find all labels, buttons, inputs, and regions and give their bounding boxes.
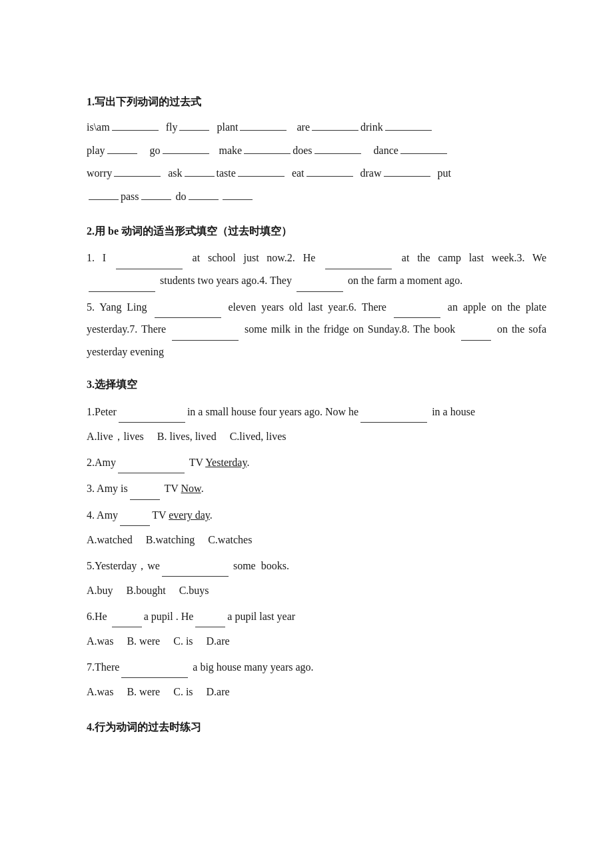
blank-s2-1[interactable] [116,257,183,269]
blank-drink[interactable] [385,119,432,131]
section3-q4: 4. AmyTV every day. [87,504,546,527]
option-c-buys: C.buys [179,581,209,601]
blank-s2-4[interactable] [297,280,343,292]
blank-draw[interactable] [384,165,430,177]
section1-row1: is\am fly plant are drink [87,117,546,137]
option-d-are2: D.are [207,682,230,702]
option-c-is2: C. is [173,682,193,702]
option-c-watches: C.watches [208,530,252,550]
blank-s2-7[interactable] [172,329,239,341]
blank-do[interactable] [189,188,219,200]
section3-q4-options: A.watched B.watching C.watches [87,530,546,550]
option-a-watched: A.watched [87,530,133,550]
blank-play[interactable] [107,142,137,154]
blank-s3-6a[interactable] [112,615,142,627]
word-does: does [293,141,312,161]
word-play: play [87,141,105,161]
blank-s3-6b[interactable] [195,615,225,627]
word-go: go [150,141,161,161]
blank-s3-1a[interactable] [119,411,185,423]
word-draw: draw [360,163,382,183]
everyday-underline: every day [169,509,210,521]
blank-plant[interactable] [240,119,287,131]
now-underline: Now [181,483,201,494]
blank-pass[interactable] [141,188,171,200]
section3-q3: 3. Amy is TV Now. [87,477,546,500]
option-c-is: C. is [173,631,193,651]
blank-go[interactable] [163,142,209,154]
section2-para2: 5. Yang Ling eleven years old last year.… [87,296,546,363]
option-a-live: A.live，lives [87,427,144,447]
section2-para1: 1. I at school just now.2. He at the cam… [87,247,546,291]
section3-title: 3.选择填空 [87,375,546,395]
section1-row4: pass do [87,187,546,207]
blank-do2[interactable] [223,188,253,200]
blank-taste[interactable] [238,165,285,177]
word-eat: eat [292,163,305,183]
blank-s2-5[interactable] [155,306,221,318]
blank-s3-1b[interactable] [360,411,427,423]
blank-s3-4[interactable] [120,514,150,526]
blank-ask[interactable] [185,165,215,177]
blank-does[interactable] [314,142,361,154]
option-b-bought: B.bought [127,581,166,601]
section1-title: 1.写出下列动词的过去式 [87,92,546,112]
blank-s3-2[interactable] [118,461,185,473]
section3-q1-options: A.live，lives B. lives, lived C.lived, li… [87,427,546,447]
section1-row3: worry ask taste eat draw put [87,163,546,183]
yesterday-underline: Yesterday [205,457,247,468]
word-plant: plant [217,117,238,137]
blank-s2-8[interactable] [461,329,491,341]
option-c-lived: C.lived, lives [230,427,287,447]
section3-q6: 6.He a pupil . Hea pupil last year [87,605,546,628]
section3-q7: 7.There a big house many years ago. [87,656,546,679]
option-a-was2: A.was [87,682,113,702]
word-put: put [438,163,451,183]
option-b-were: B. were [127,631,160,651]
section3-q5-options: A.buy B.bought C.buys [87,581,546,601]
blank-s2-3[interactable] [89,280,155,292]
word-pass: pass [121,187,139,207]
blank-s3-7[interactable] [121,666,188,678]
blank-are[interactable] [312,119,358,131]
section3-q2: 2.Amy TV Yesterday. [87,451,546,474]
blank-isam[interactable] [112,119,159,131]
word-do: do [176,187,187,207]
blank-make[interactable] [244,142,291,154]
word-make: make [219,141,243,161]
word-worry: worry [87,163,112,183]
section1-row2: play go make does dance [87,141,546,161]
word-drink: drink [360,117,383,137]
word-isam: is\am [87,117,110,137]
blank-s2-6[interactable] [394,306,440,318]
blank-s3-5[interactable] [162,565,229,577]
word-dance: dance [374,141,398,161]
blank-put2[interactable] [89,188,119,200]
option-b-were2: B. were [127,682,160,702]
section4-title: 4.行为动词的过去时练习 [87,717,546,737]
blank-dance[interactable] [400,142,447,154]
section3-q1: 1.Peterin a small house four years ago. … [87,401,546,423]
word-taste: taste [217,163,236,183]
blank-s2-2[interactable] [325,257,392,269]
blank-eat[interactable] [306,165,353,177]
section2-title: 2.用 be 动词的适当形式填空（过去时填空） [87,221,546,241]
blank-worry[interactable] [114,165,161,177]
option-a-buy: A.buy [87,581,113,601]
option-b-lives: B. lives, lived [157,427,217,447]
word-ask: ask [168,163,182,183]
option-d-are: D.are [207,631,230,651]
section3-q7-options: A.was B. were C. is D.are [87,682,546,702]
option-a-was: A.was [87,631,113,651]
section3-q5: 5.Yesterday，we some books. [87,555,546,577]
word-are: are [297,117,310,137]
blank-fly[interactable] [179,119,209,131]
word-fly: fly [166,117,178,137]
blank-s3-3[interactable] [130,488,160,500]
option-b-watching: B.watching [146,530,195,550]
section3-q6-options: A.was B. were C. is D.are [87,631,546,651]
